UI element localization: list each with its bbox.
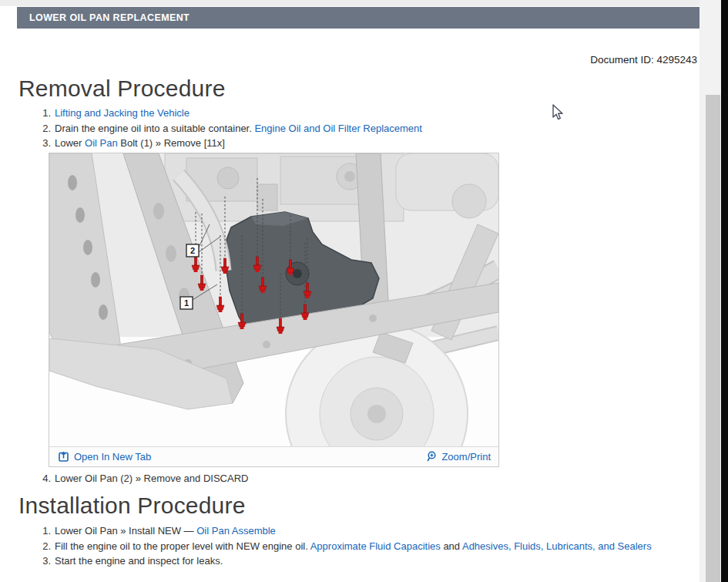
zoom-print-icon	[426, 451, 437, 463]
removal-procedure-heading: Removal Procedure	[18, 76, 699, 102]
procedure-link[interactable]: Adhesives, Fluids, Lubricants, and Seale…	[462, 540, 652, 552]
procedure-link[interactable]: Engine Oil and Oil Filter Replacement	[254, 123, 422, 134]
zoom-print-label: Zoom/Print	[441, 451, 491, 463]
installation-steps-list: 1.Lower Oil Pan » Install NEW — Oil Pan …	[37, 523, 699, 569]
step-number: 3.	[37, 553, 51, 569]
step-number: 3.	[37, 136, 51, 151]
zoom-print-link[interactable]: Zoom/Print	[426, 451, 491, 463]
procedure-step: 3.Start the engine and inspect for leaks…	[37, 553, 699, 569]
open-in-new-tab-icon	[59, 451, 69, 462]
callout-2: 2	[186, 244, 199, 257]
callout-1: 1	[180, 297, 193, 309]
procedure-step: 2.Fill the engine oil to the proper leve…	[37, 539, 699, 554]
svg-text:1: 1	[184, 298, 189, 308]
open-in-new-tab-label: Open In New Tab	[74, 451, 151, 463]
vertical-scrollbar-thumb[interactable]	[706, 95, 720, 582]
step-text: and	[441, 540, 462, 552]
procedure-link[interactable]: Oil Pan Assemble	[196, 525, 276, 537]
step-number: 2.	[37, 121, 51, 136]
step-text: Drain the engine oil into a suitable con…	[55, 123, 254, 134]
svg-text:2: 2	[190, 246, 195, 255]
removal-steps-continued: 4.Lower Oil Pan (2) » Remove and DISCARD	[37, 471, 699, 486]
page-top-strip	[0, 0, 721, 6]
vertical-scrollbar-track[interactable]	[699, 0, 721, 582]
installation-procedure-heading: Installation Procedure	[18, 493, 699, 519]
procedure-step: 1.Lower Oil Pan » Install NEW — Oil Pan …	[37, 523, 699, 539]
step-number: 4.	[37, 471, 51, 486]
procedure-step: 2.Drain the engine oil into a suitable c…	[37, 121, 699, 136]
document-body: Removal Procedure 1.Lifting and Jacking …	[18, 76, 699, 569]
step-text: Lower	[55, 137, 85, 149]
procedure-step: 1.Lifting and Jacking the Vehicle	[37, 106, 699, 121]
step-text: Lower Oil Pan (2) » Remove and DISCARD	[55, 473, 248, 484]
step-text: Fill the engine oil to the proper level …	[55, 540, 310, 552]
step-number: 1.	[37, 523, 51, 539]
procedure-step: 4.Lower Oil Pan (2) » Remove and DISCARD	[37, 471, 699, 486]
removal-steps-list: 1.Lifting and Jacking the Vehicle2.Drain…	[37, 106, 699, 151]
procedure-link[interactable]: Oil Pan	[85, 137, 118, 149]
window-edge-bar	[721, 0, 728, 582]
step-text: Lower Oil Pan » Install NEW —	[55, 525, 196, 537]
document-id-label: Document ID: 4295243	[590, 54, 697, 66]
muffler-assembly	[396, 153, 498, 218]
step-number: 2.	[37, 539, 51, 554]
step-number: 1.	[37, 106, 51, 121]
vehicle-underside-illustration: 12	[49, 153, 498, 446]
procedure-step: 3.Lower Oil Pan Bolt (1) » Remove [11x]	[37, 136, 699, 151]
step-text: Start the engine and inspect for leaks.	[55, 555, 223, 567]
document-title-bar: LOWER OIL PAN REPLACEMENT	[17, 7, 699, 29]
figure-container: 12 Open In New Tab Zoom/Print	[49, 153, 499, 467]
document-title: LOWER OIL PAN REPLACEMENT	[29, 12, 190, 23]
open-in-new-tab-link[interactable]: Open In New Tab	[59, 451, 151, 463]
step-text: Bolt (1) » Remove [11x]	[118, 137, 225, 149]
procedure-link[interactable]: Approximate Fluid Capacities	[310, 540, 441, 552]
procedure-link[interactable]: Lifting and Jacking the Vehicle	[55, 107, 190, 119]
figure-toolbar: Open In New Tab Zoom/Print	[49, 446, 498, 466]
